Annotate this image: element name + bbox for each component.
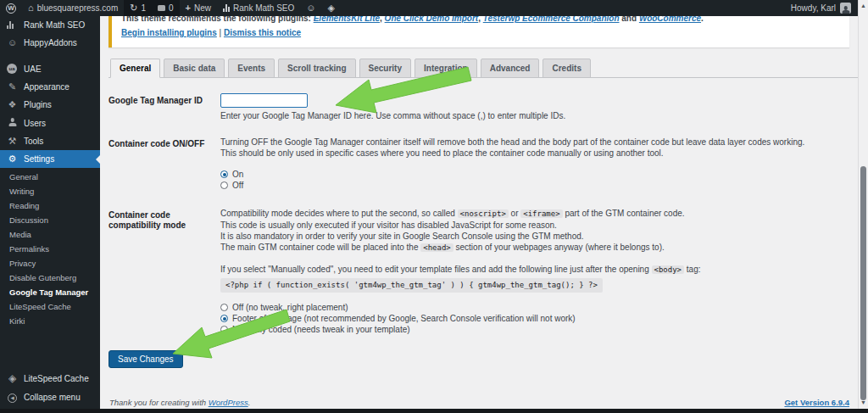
compat-text: The main GTM container code will be plac… <box>220 243 420 252</box>
compat-desc-line4: The main GTM container code will be plac… <box>220 242 849 254</box>
howdy-label[interactable]: Howdy, Karl <box>791 3 836 13</box>
tab-integration[interactable]: Integration <box>415 59 477 78</box>
link-elementskit-lite[interactable]: ElementsKit Lite <box>314 16 380 23</box>
scroll-down-arrow-icon[interactable]: ▼ <box>859 398 868 408</box>
sidebar-item-label: Users <box>24 119 46 128</box>
tools-icon: ⚒ <box>7 137 18 146</box>
radio-compat-footer[interactable]: Footer of the page (not recommended by G… <box>220 313 849 324</box>
dismiss-notice-link[interactable]: Dismiss this notice <box>224 28 301 37</box>
tab-events[interactable]: Events <box>228 59 275 78</box>
gtm-id-input[interactable] <box>220 93 308 108</box>
comments-menu[interactable]: 0 <box>152 0 180 16</box>
radio-unchecked-icon <box>220 304 228 311</box>
radio-compat-manual[interactable]: Manually coded (needs tweak in your temp… <box>220 324 849 335</box>
submenu-item-reading[interactable]: Reading <box>0 198 100 213</box>
sidebar-item-tools[interactable]: ⚒ Tools <box>0 132 100 150</box>
tab-security[interactable]: Security <box>359 59 411 78</box>
uae-icon: ua <box>7 64 17 74</box>
avatar[interactable] <box>840 3 851 14</box>
link-one-click-demo-import[interactable]: One Click Demo Import <box>385 16 479 23</box>
notice-text: This theme recommends the following plug… <box>121 16 840 24</box>
submenu-item-general[interactable]: General <box>0 170 100 184</box>
radio-checked-icon <box>220 315 228 322</box>
happyaddons-menu[interactable]: ☺ <box>300 0 321 16</box>
notice-period: . <box>701 16 704 23</box>
tab-credits[interactable]: Credits <box>542 59 590 78</box>
head-code-chip: <head> <box>420 243 453 252</box>
litespeed-menu[interactable]: ◈ <box>322 0 341 16</box>
updates-icon: ↻ <box>130 3 137 13</box>
home-icon: ⌂ <box>28 3 34 13</box>
submenu-item-media[interactable]: Media <box>0 227 100 242</box>
person-icon <box>842 6 849 14</box>
radio-container-on[interactable]: On <box>220 169 849 180</box>
submenu-item-discussion[interactable]: Discussion <box>0 213 100 227</box>
sidebar-item-litespeed[interactable]: ◈ LiteSpeed Cache <box>0 369 100 388</box>
submenu-item-disable-gutenberg[interactable]: Disable Gutenberg <box>0 271 100 285</box>
sidebar-item-label: Rank Math SEO <box>24 20 85 30</box>
sidebar-item-plugins[interactable]: ❖ Plugins <box>0 96 100 114</box>
chart-bars-icon <box>7 21 18 29</box>
sidebar-item-uae[interactable]: ua UAE <box>0 59 100 78</box>
admin-bar: W ⌂ bluesquarepress.com ↻ 1 0 + New Rank… <box>0 0 858 16</box>
radio-label: Off (no tweak, right placement) <box>232 302 348 313</box>
radio-compat-off[interactable]: Off (no tweak, right placement) <box>220 302 849 313</box>
scrollbar-thumb[interactable] <box>860 166 866 400</box>
link-woocommerce[interactable]: WooCommerce <box>639 16 701 23</box>
gtm-id-row: Google Tag Manager ID Enter your Google … <box>108 93 849 121</box>
link-testerwp-ecommerce[interactable]: Testerwp Ecommerce Companion <box>483 16 620 23</box>
gtm-settings-form: Google Tag Manager ID Enter your Google … <box>100 93 858 368</box>
sidebar-item-appearance[interactable]: ✎ Appearance <box>0 78 100 96</box>
footer-text: Thank you for creating with <box>109 398 209 407</box>
sidebar-item-users[interactable]: Users <box>0 114 100 132</box>
users-icon <box>8 118 17 126</box>
new-content-menu[interactable]: + New <box>180 0 217 16</box>
sidebar-item-label: UAE <box>24 64 42 74</box>
updates-menu[interactable]: ↻ 1 <box>124 0 152 16</box>
submenu-item-litespeed-cache[interactable]: LiteSpeed Cache <box>0 299 100 314</box>
sidebar-item-label: Tools <box>24 137 43 146</box>
scroll-up-arrow-icon[interactable]: ▲ <box>859 1 868 11</box>
submenu-item-permalinks[interactable]: Permalinks <box>0 242 100 256</box>
submenu-item-google-tag-manager[interactable]: Google Tag Manager <box>0 285 100 299</box>
compat-text: part of the GTM container code. <box>563 209 685 218</box>
site-name-menu[interactable]: ⌂ bluesquarepress.com <box>22 0 124 16</box>
manual-coded-instructions: If you select "Manually coded", you need… <box>220 264 849 276</box>
radio-container-off[interactable]: Off <box>220 180 849 191</box>
tab-basic-data[interactable]: Basic data <box>164 59 225 78</box>
rank-math-menu[interactable]: Rank Math SEO <box>217 0 300 16</box>
collapse-menu-label: Collapse menu <box>24 393 81 402</box>
wordpress-link[interactable]: WordPress <box>209 398 248 407</box>
wp-logo-menu[interactable]: W <box>0 0 22 16</box>
tab-scroll-tracking[interactable]: Scroll tracking <box>278 59 355 78</box>
tab-general[interactable]: General <box>110 59 160 78</box>
compat-mode-row: Container code compatibility mode Compat… <box>108 208 849 335</box>
container-toggle-desc1: Turning OFF the Google Tag Manager conta… <box>220 137 849 148</box>
submenu-item-kirki[interactable]: Kirki <box>0 314 100 328</box>
notice-actions: Begin installing plugins | Dismiss this … <box>121 28 840 38</box>
radio-label: Off <box>232 180 243 191</box>
plugin-icon: ❖ <box>7 100 18 109</box>
save-changes-button[interactable]: Save Changes <box>108 350 183 368</box>
comments-icon <box>158 5 165 11</box>
comments-count: 0 <box>169 3 174 13</box>
noscript-code-chip: <noscript> <box>458 209 509 218</box>
sidebar-item-settings[interactable]: ⚙ Settings <box>0 150 100 168</box>
sidebar-item-label: HappyAddons <box>24 38 77 47</box>
collapse-menu-button[interactable]: ◀ Collapse menu <box>0 388 100 407</box>
browser-scrollbar[interactable]: ▲ ▼ <box>858 0 868 413</box>
compat-desc-line1: Compatibility mode decides where to put … <box>220 208 849 220</box>
footer-text: . <box>248 398 251 407</box>
begin-installing-plugins-link[interactable]: Begin installing plugins <box>121 28 217 37</box>
submenu-item-privacy[interactable]: Privacy <box>0 256 100 271</box>
compat-mode-label: Container code compatibility mode <box>108 208 220 335</box>
diamond-icon: ◈ <box>328 3 335 13</box>
radio-label: Footer of the page (not recommended by G… <box>232 313 576 324</box>
settings-submenu: General Writing Reading Discussion Media… <box>0 168 100 332</box>
submenu-item-writing[interactable]: Writing <box>0 184 100 198</box>
get-version-link[interactable]: Get Version 6.9.4 <box>784 398 849 407</box>
sidebar-item-rank-math[interactable]: Rank Math SEO <box>0 16 100 34</box>
tab-advanced[interactable]: Advanced <box>481 59 540 78</box>
rank-math-label: Rank Math SEO <box>233 3 294 13</box>
sidebar-item-happyaddons[interactable]: ☺ HappyAddons <box>0 34 100 52</box>
